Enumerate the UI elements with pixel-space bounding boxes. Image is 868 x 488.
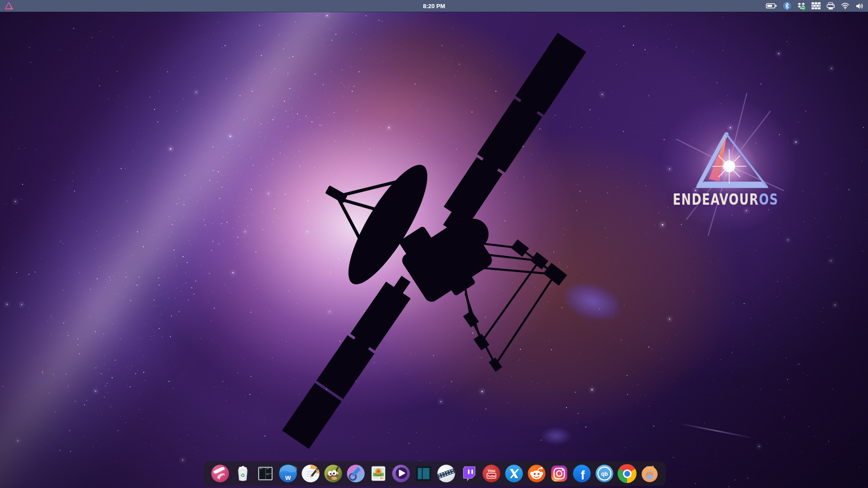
svg-text:f: f bbox=[580, 469, 585, 482]
firewall-icon[interactable] bbox=[811, 2, 821, 9]
dock: ♻ W bbox=[204, 461, 666, 486]
svg-text:qb: qb bbox=[601, 471, 608, 477]
split-pane-app-icon[interactable] bbox=[414, 464, 433, 483]
svg-text:W: W bbox=[285, 474, 291, 481]
pink-dolphin-app-icon[interactable] bbox=[211, 464, 230, 483]
svg-text:Tube: Tube bbox=[487, 474, 496, 478]
trash-icon[interactable]: ♻ bbox=[233, 464, 252, 483]
endeavouros-logo-icon[interactable] bbox=[4, 1, 14, 11]
wallpaper-artwork bbox=[0, 0, 868, 488]
brand-main: ENDEAVOUR bbox=[673, 191, 759, 208]
clock[interactable]: 8:20 PM bbox=[423, 3, 445, 9]
reddit-icon[interactable] bbox=[527, 464, 546, 483]
volume-icon[interactable] bbox=[855, 3, 864, 9]
instagram-icon[interactable] bbox=[550, 464, 569, 483]
svg-text:You: You bbox=[487, 468, 495, 473]
notes-editor-icon[interactable] bbox=[301, 464, 320, 483]
krita-icon[interactable] bbox=[346, 464, 365, 483]
mpv-icon[interactable] bbox=[392, 464, 410, 483]
gimp-icon[interactable] bbox=[324, 464, 343, 483]
system-tray bbox=[766, 2, 868, 10]
wifi-icon[interactable] bbox=[841, 2, 849, 9]
x-twitter-icon[interactable] bbox=[505, 464, 524, 483]
photo-viewer-icon[interactable] bbox=[369, 464, 388, 483]
top-panel: 8:20 PM bbox=[0, 0, 868, 12]
word-icon[interactable]: W bbox=[278, 464, 297, 483]
battery-icon[interactable] bbox=[766, 3, 777, 9]
facebook-icon[interactable]: f bbox=[572, 464, 591, 483]
printer-icon[interactable] bbox=[826, 2, 835, 10]
firefox-icon[interactable] bbox=[640, 464, 659, 483]
svg-text:♻: ♻ bbox=[241, 473, 245, 478]
dropbox-icon[interactable] bbox=[797, 2, 806, 10]
brand-accent: OS bbox=[759, 191, 778, 208]
twitch-icon[interactable] bbox=[459, 464, 478, 483]
bluetooth-icon[interactable] bbox=[783, 2, 791, 10]
voyager-silhouette bbox=[282, 33, 586, 449]
wallpaper-brand-text: ENDEAVOUROS bbox=[661, 191, 790, 208]
chrome-icon[interactable] bbox=[618, 464, 637, 483]
openshot-icon[interactable] bbox=[437, 464, 456, 483]
youtube-icon[interactable]: You Tube bbox=[482, 464, 501, 483]
endeavouros-wallpaper-logo bbox=[661, 93, 797, 236]
desktop: ENDEAVOUROS 8:20 PM bbox=[0, 0, 868, 488]
qbittorrent-icon[interactable]: qb bbox=[595, 464, 614, 483]
tiling-layout-app-icon[interactable] bbox=[256, 464, 275, 483]
